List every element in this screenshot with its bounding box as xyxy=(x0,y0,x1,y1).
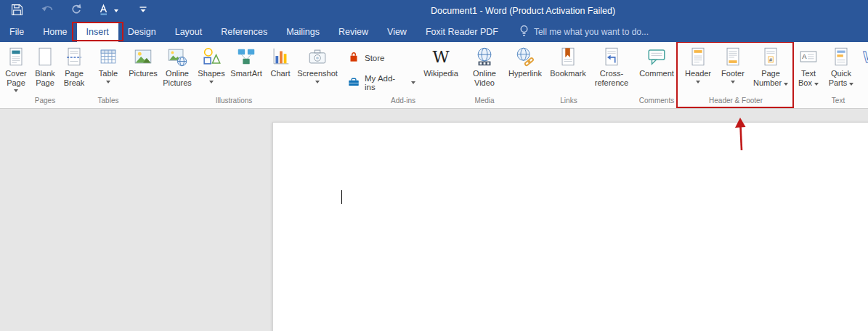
online-video-icon xyxy=(474,44,495,69)
header-button[interactable]: Header xyxy=(681,42,715,94)
tab-home[interactable]: Home xyxy=(33,22,76,42)
text-box-icon: A xyxy=(798,44,819,69)
group-label-comments: Comments xyxy=(635,96,678,108)
page-number-button[interactable]: # Page Number xyxy=(750,42,791,94)
dropdown-caret xyxy=(411,81,415,84)
screenshot-button[interactable]: Screenshot xyxy=(295,42,340,94)
cross-reference-icon xyxy=(601,44,622,69)
ribbon-group-text: A Text Box Quick Parts W Text xyxy=(792,42,868,108)
hyperlink-icon xyxy=(514,44,536,69)
footer-button[interactable]: Footer xyxy=(717,42,749,94)
header-icon xyxy=(687,44,709,69)
group-label-text: Text xyxy=(793,96,868,108)
wordart-button[interactable]: W xyxy=(859,42,868,94)
comment-label: Comment xyxy=(639,69,674,78)
dropdown-caret xyxy=(106,81,110,83)
bookmark-button[interactable]: Bookmark xyxy=(547,42,589,94)
tab-references[interactable]: References xyxy=(211,22,277,42)
pictures-icon xyxy=(132,44,154,69)
wikipedia-button[interactable]: W Wikipedia xyxy=(417,42,465,94)
dropdown-caret xyxy=(849,83,853,86)
tab-layout[interactable]: Layout xyxy=(166,22,212,42)
dropdown-caret xyxy=(315,81,320,83)
undo-arrow-icon xyxy=(41,4,54,18)
group-label-pages: Pages xyxy=(1,96,89,108)
comment-button[interactable]: Comment xyxy=(635,42,678,94)
my-addins-label: My Add-ins xyxy=(365,74,405,91)
pictures-label: Pictures xyxy=(129,69,158,78)
smartart-button[interactable]: SmartArt xyxy=(227,42,266,94)
table-label: Table xyxy=(99,69,118,78)
quick-parts-label: Quick Parts xyxy=(829,69,851,87)
store-button[interactable]: Store xyxy=(347,51,415,65)
ribbon-group-pages: Cover Page Blank Page Page Break Pages xyxy=(1,42,89,108)
redo-button[interactable] xyxy=(65,1,87,20)
save-button[interactable] xyxy=(6,1,28,20)
my-addins-button[interactable]: My Add-ins xyxy=(347,75,415,90)
store-icon xyxy=(347,51,360,65)
chart-button[interactable]: Chart xyxy=(266,42,295,94)
shapes-label: Shapes xyxy=(198,69,224,78)
pictures-button[interactable]: Pictures xyxy=(128,42,158,94)
ribbon: Cover Page Blank Page Page Break Pages xyxy=(0,42,868,109)
word-window: Document1 - Word (Product Activation Fai… xyxy=(0,0,868,331)
store-label: Store xyxy=(365,54,385,62)
header-label: Header xyxy=(685,69,711,78)
tab-file[interactable]: File xyxy=(0,22,33,42)
chart-icon xyxy=(269,44,291,69)
quick-access-toolbar xyxy=(0,1,153,20)
document-page[interactable] xyxy=(272,122,868,331)
online-pictures-button[interactable]: Online Pictures xyxy=(158,42,196,94)
table-button[interactable]: Table xyxy=(90,42,126,94)
footer-icon xyxy=(722,44,744,69)
text-box-button[interactable]: A Text Box xyxy=(793,42,824,94)
blank-page-button[interactable]: Blank Page xyxy=(31,42,60,94)
group-label-addins: Add-ins xyxy=(341,96,465,108)
cover-page-label: Cover Page xyxy=(5,69,26,87)
ribbon-group-header-footer: Header Footer # Page Number Hea xyxy=(679,42,792,108)
svg-text:A: A xyxy=(802,53,807,60)
online-video-button[interactable]: Online Video xyxy=(466,42,503,94)
quick-parts-button[interactable]: Quick Parts xyxy=(824,42,859,94)
page-number-label: Page Number xyxy=(753,69,782,87)
blank-page-icon xyxy=(34,44,56,69)
group-label-tables: Tables xyxy=(90,96,126,108)
shapes-button[interactable]: Shapes xyxy=(196,42,227,94)
addins-small-buttons: Store My Add-ins xyxy=(341,42,417,90)
dropdown-caret xyxy=(114,9,118,12)
customize-quick-access-button[interactable] xyxy=(134,1,153,20)
svg-text:W: W xyxy=(863,48,868,66)
bookmark-label: Bookmark xyxy=(550,69,586,78)
ribbon-group-addins: Store My Add-ins W Wikipedia xyxy=(341,42,466,108)
smartart-label: SmartArt xyxy=(230,69,261,78)
screenshot-camera-icon xyxy=(307,44,328,69)
redo-arrow-icon xyxy=(70,4,82,18)
table-icon xyxy=(97,44,119,69)
hyperlink-label: Hyperlink xyxy=(508,69,542,78)
tab-view[interactable]: View xyxy=(378,22,416,42)
ribbon-group-media: Online Video Media xyxy=(466,42,503,108)
tab-mailings[interactable]: Mailings xyxy=(277,22,329,42)
ribbon-group-tables: Table Tables xyxy=(89,42,127,108)
tab-insert-label: Insert xyxy=(86,27,109,37)
dropdown-caret xyxy=(696,81,700,83)
tab-insert[interactable]: Insert xyxy=(77,22,118,42)
page-break-button[interactable]: Page Break xyxy=(60,42,89,94)
tab-design[interactable]: Design xyxy=(118,22,166,42)
online-video-label: Online Video xyxy=(473,69,496,87)
dropdown-caret xyxy=(14,89,18,92)
group-label-illustrations: Illustrations xyxy=(128,96,340,108)
tell-me-box[interactable]: Tell me what you want to do... xyxy=(519,22,649,42)
online-pictures-label: Online Pictures xyxy=(163,69,192,87)
tab-foxit-reader-pdf[interactable]: Foxit Reader PDF xyxy=(416,22,508,42)
bookmark-icon xyxy=(557,44,579,69)
tab-review[interactable]: Review xyxy=(329,22,378,42)
qat-tool-button[interactable] xyxy=(96,1,121,20)
cover-page-button[interactable]: Cover Page xyxy=(1,42,31,94)
hyperlink-button[interactable]: Hyperlink xyxy=(505,42,545,94)
cover-page-icon xyxy=(5,44,27,69)
text-box-label: Text Box xyxy=(798,69,816,87)
cross-reference-button[interactable]: Cross-reference xyxy=(591,42,633,94)
blank-page-label: Blank Page xyxy=(35,69,55,87)
undo-button[interactable] xyxy=(36,1,58,20)
